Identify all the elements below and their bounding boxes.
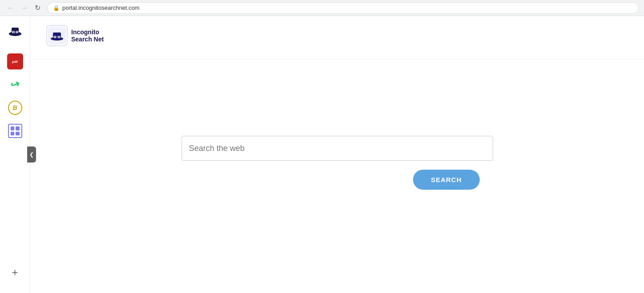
pdf-icon: pdf	[7, 53, 23, 69]
add-icon: +	[12, 266, 18, 279]
url-text: portal.incognitosearchnet.com	[62, 4, 139, 11]
browser-chrome: ← → ↻ 🔒 portal.incognitosearchnet.com	[0, 0, 644, 16]
svg-rect-8	[53, 33, 61, 39]
logo-image	[46, 25, 68, 46]
add-app-button[interactable]: +	[5, 263, 25, 282]
sidebar-item-sync[interactable]: ↩	[5, 75, 25, 94]
search-input-wrap	[182, 136, 493, 161]
sync-icon: ↩	[8, 77, 21, 92]
svg-point-12	[58, 37, 60, 38]
reload-button[interactable]: ↻	[32, 3, 43, 13]
forward-button[interactable]: →	[19, 3, 29, 13]
sidebar-item-incognito-hat[interactable]	[5, 21, 25, 41]
sidebar: pdf ↩ B + ❮	[0, 16, 30, 293]
svg-rect-1	[12, 28, 19, 34]
sidebar-item-calculator[interactable]	[5, 121, 25, 141]
incognito-hat-icon	[7, 23, 23, 39]
sidebar-item-btc[interactable]: B	[5, 98, 25, 118]
logo-area: Incognito Search Net	[39, 20, 111, 52]
calculator-icon	[8, 124, 22, 138]
main-content: SEARCH	[30, 59, 644, 293]
page-layout: pdf ↩ B + ❮	[0, 16, 644, 293]
sidebar-collapse-button[interactable]: ❮	[27, 146, 36, 163]
svg-point-5	[16, 32, 17, 33]
header-bar: Incognito Search Net	[30, 16, 644, 59]
logo-text: Incognito Search Net	[71, 28, 104, 43]
address-bar[interactable]: 🔒 portal.incognitosearchnet.com	[47, 2, 639, 14]
nav-buttons: ← → ↻	[5, 3, 43, 13]
chevron-left-icon: ❮	[29, 151, 34, 158]
btc-icon: B	[8, 101, 22, 115]
svg-point-4	[12, 32, 13, 33]
back-button[interactable]: ←	[5, 3, 16, 13]
search-container: SEARCH	[182, 136, 493, 190]
svg-point-11	[54, 37, 56, 38]
sidebar-item-pdf[interactable]: pdf	[5, 52, 25, 71]
lock-icon: 🔒	[53, 5, 60, 11]
search-button[interactable]: SEARCH	[413, 170, 479, 190]
search-input[interactable]	[182, 136, 493, 161]
